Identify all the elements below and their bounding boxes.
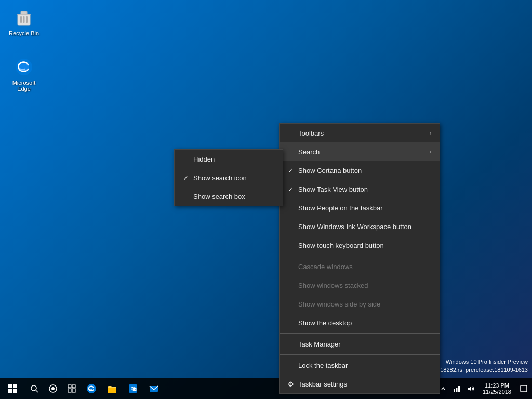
tray-volume[interactable] <box>464 378 476 399</box>
menu-item-taskbar-settings[interactable]: ⚙ Taskbar settings <box>280 375 440 393</box>
svg-point-15 <box>51 387 55 390</box>
microsoft-edge-icon[interactable]: Microsoft Edge <box>5 55 43 94</box>
svg-point-20 <box>87 384 96 393</box>
taskbar-notification-button[interactable] <box>515 378 532 399</box>
taskbar-clock[interactable]: 11:23 PM 11/25/2018 <box>478 378 515 399</box>
show-cortana-label: Show Cortana button <box>298 167 431 175</box>
sub-menu-item-hidden[interactable]: Hidden <box>175 150 283 168</box>
chevron-up-icon <box>441 386 446 391</box>
notification-icon <box>520 384 528 393</box>
taskbar: 🛍 <box>0 378 532 399</box>
svg-rect-30 <box>521 385 527 392</box>
show-people-label: Show People on the taskbar <box>298 204 431 212</box>
svg-line-13 <box>36 390 38 392</box>
cascade-windows-label: Cascade windows <box>298 263 431 271</box>
menu-item-show-desktop[interactable]: Show the desktop <box>280 313 440 332</box>
taskbar-store-button[interactable]: 🛍 <box>123 378 143 399</box>
microsoft-edge-image <box>14 57 34 77</box>
microsoft-edge-label: Microsoft Edge <box>7 79 41 92</box>
gear-icon: ⚙ <box>288 380 298 388</box>
search-label: Search <box>298 148 430 156</box>
separator-3 <box>280 354 440 355</box>
task-view-icon <box>68 384 76 393</box>
taskbar-tray <box>435 378 478 399</box>
menu-item-show-cortana[interactable]: ✓ Show Cortana button <box>280 161 440 180</box>
store-taskbar-icon: 🛍 <box>128 383 138 394</box>
taskbar-task-view-button[interactable] <box>62 378 81 399</box>
arrow-toolbars: › <box>430 130 431 136</box>
taskbar-cortana-button[interactable] <box>44 378 62 399</box>
lock-taskbar-label: Lock the taskbar <box>298 362 431 369</box>
recycle-bin-icon[interactable]: Recycle Bin <box>5 5 43 38</box>
menu-item-show-windows-stacked[interactable]: Show windows stacked <box>280 276 440 295</box>
menu-item-search[interactable]: Search › <box>280 142 440 161</box>
arrow-search: › <box>430 149 431 155</box>
check-show-search-icon: ✓ <box>183 174 193 182</box>
check-cortana: ✓ <box>288 167 298 175</box>
edge-taskbar-icon <box>86 383 97 394</box>
svg-rect-19 <box>72 389 75 392</box>
taskbar-search-button[interactable] <box>25 378 44 399</box>
menu-item-task-manager[interactable]: Task Manager <box>280 335 440 353</box>
network-icon <box>453 385 460 392</box>
svg-rect-10 <box>8 389 12 393</box>
menu-item-show-windows-side[interactable]: Show windows side by side <box>280 295 440 313</box>
tray-network[interactable] <box>450 378 463 399</box>
svg-point-7 <box>19 63 29 71</box>
search-submenu: Hidden ✓ Show search icon Show search bo… <box>174 149 283 206</box>
svg-rect-5 <box>26 16 28 23</box>
menu-item-show-people[interactable]: Show People on the taskbar <box>280 198 440 217</box>
svg-rect-17 <box>72 385 75 388</box>
sub-menu-item-show-search-icon[interactable]: ✓ Show search icon <box>175 168 283 187</box>
menu-item-show-task-view[interactable]: ✓ Show Task View button <box>280 180 440 198</box>
svg-rect-16 <box>68 385 71 388</box>
svg-rect-28 <box>458 386 460 392</box>
recycle-bin-image <box>14 7 34 28</box>
svg-marker-29 <box>468 386 471 391</box>
show-windows-side-label: Show windows side by side <box>298 300 431 308</box>
taskbar-edge-button[interactable] <box>81 378 102 399</box>
mail-taskbar-icon <box>149 383 159 394</box>
separator-1 <box>280 256 440 256</box>
separator-2 <box>280 333 440 334</box>
sub-menu-item-show-search-box[interactable]: Show search box <box>175 187 283 206</box>
svg-rect-26 <box>454 389 455 392</box>
menu-item-show-touch-keyboard[interactable]: Show touch keyboard button <box>280 236 440 255</box>
menu-item-lock-taskbar[interactable]: Lock the taskbar <box>280 356 440 375</box>
show-task-view-label: Show Task View button <box>298 185 431 193</box>
show-search-icon-label: Show search icon <box>193 174 274 182</box>
taskbar-explorer-button[interactable] <box>102 378 123 399</box>
svg-rect-4 <box>23 16 25 23</box>
menu-item-cascade-windows[interactable]: Cascade windows <box>280 257 440 276</box>
svg-rect-22 <box>108 388 116 393</box>
show-windows-ink-label: Show Windows Ink Workspace button <box>298 223 431 231</box>
cortana-icon <box>49 384 57 393</box>
show-touch-keyboard-label: Show touch keyboard button <box>298 242 431 249</box>
svg-rect-27 <box>456 388 457 392</box>
explorer-taskbar-icon <box>107 383 117 394</box>
build-info-line2: 18282.rs_prerelease.181109-1613 <box>440 366 528 374</box>
show-desktop-label: Show the desktop <box>298 319 431 327</box>
clock-date: 11/25/2018 <box>483 389 511 395</box>
svg-rect-3 <box>20 16 22 23</box>
clock-time: 11:23 PM <box>485 382 509 389</box>
start-icon <box>8 384 17 393</box>
svg-rect-9 <box>13 384 17 388</box>
menu-item-toolbars[interactable]: Toolbars › <box>280 124 440 142</box>
recycle-bin-label: Recycle Bin <box>9 30 39 36</box>
svg-rect-8 <box>8 384 12 388</box>
task-manager-label: Task Manager <box>298 340 431 348</box>
build-info: Windows 10 Pro Insider Preview 18282.rs_… <box>436 356 532 376</box>
search-icon <box>30 384 38 393</box>
toolbars-label: Toolbars <box>298 129 430 137</box>
start-button[interactable] <box>0 378 25 399</box>
svg-text:🛍: 🛍 <box>130 385 137 392</box>
svg-rect-18 <box>68 389 71 392</box>
check-task-view: ✓ <box>288 185 298 193</box>
taskbar-mail-button[interactable] <box>143 378 164 399</box>
svg-rect-11 <box>13 389 17 393</box>
hidden-label: Hidden <box>193 155 274 163</box>
taskbar-context-menu: Toolbars › Search › ✓ Show Cortana butto… <box>279 123 440 394</box>
build-info-line1: Windows 10 Pro Insider Preview <box>440 358 528 366</box>
menu-item-show-windows-ink[interactable]: Show Windows Ink Workspace button <box>280 217 440 236</box>
